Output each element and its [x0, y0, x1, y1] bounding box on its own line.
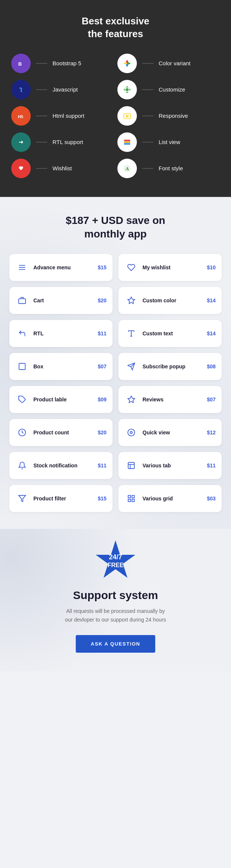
- subscribe-popup-price: $08: [207, 363, 216, 369]
- svg-point-7: [124, 89, 125, 90]
- customize-icon: [117, 80, 137, 99]
- various-grid-label: Various grid: [142, 496, 202, 502]
- feature-line: [36, 116, 47, 116]
- pricing-card-various-tab: Various tab $11: [118, 452, 222, 479]
- svg-rect-40: [132, 499, 134, 502]
- product-count-label: Product count: [33, 429, 93, 436]
- feature-label-bootstrap: Bootstrap 5: [52, 60, 81, 66]
- cart-icon: [15, 294, 29, 307]
- product-filter-icon: [15, 492, 29, 505]
- various-tab-label: Various tab: [142, 463, 202, 469]
- features-title: Best exclusive the features: [11, 15, 220, 41]
- box-icon: [15, 360, 29, 373]
- feature-item-bootstrap: B Bootstrap 5: [11, 54, 114, 73]
- stock-notification-label: Stock notification: [33, 463, 93, 469]
- feature-item-responsive: Responsive: [117, 106, 220, 126]
- various-grid-price: $03: [207, 496, 216, 502]
- responsive-icon: [117, 106, 137, 126]
- svg-text:A: A: [125, 166, 129, 171]
- svg-rect-41: [128, 499, 130, 502]
- various-tab-price: $11: [207, 463, 216, 469]
- feature-label-font-style: Font style: [159, 165, 183, 171]
- pricing-card-advance-menu: Advance menu $15: [9, 254, 112, 281]
- product-lable-icon: [15, 393, 29, 406]
- pricing-card-product-filter: Product filter $15: [9, 485, 112, 512]
- feature-line: [36, 168, 47, 169]
- my-wishlist-price: $10: [207, 264, 216, 270]
- wishlist-icon: [11, 159, 31, 178]
- pricing-grid: Advance menu $15 My wishlist $10 Cart $2…: [9, 254, 222, 512]
- product-count-price: $20: [98, 429, 106, 436]
- bootstrap-icon: B: [11, 54, 31, 73]
- pricing-title: $187 + USD save on monthly app: [9, 214, 222, 241]
- feature-item-list-view: List view: [117, 132, 220, 152]
- feature-label-html: Html support: [52, 113, 84, 119]
- stock-notification-price: $11: [98, 463, 106, 469]
- list-view-icon: [117, 132, 137, 152]
- support-description: All requests will be processed manually …: [9, 607, 222, 624]
- product-filter-price: $15: [98, 496, 106, 502]
- feature-item-customize: Customize: [117, 80, 220, 99]
- stock-notification-icon: [15, 459, 29, 472]
- pricing-section: $187 + USD save on monthly app Advance m…: [0, 197, 231, 529]
- pricing-card-box: Box $07: [9, 353, 112, 380]
- reviews-icon: [124, 393, 138, 406]
- feature-label-rtl: RTL support: [52, 139, 83, 145]
- badge-line1: 24/7: [109, 553, 122, 562]
- pricing-card-subscribe-popup: Subscribe popup $08: [118, 353, 222, 380]
- svg-rect-22: [19, 299, 26, 304]
- feature-line: [36, 89, 47, 90]
- product-filter-label: Product filter: [33, 496, 93, 502]
- svg-rect-39: [132, 496, 134, 498]
- feature-line: [142, 116, 153, 116]
- feature-line: [142, 89, 153, 90]
- feature-label-wishlist: Wishlist: [52, 165, 72, 171]
- support-section: 24/7 FREE Support system All requests wi…: [0, 529, 231, 671]
- box-price: $07: [98, 363, 106, 369]
- svg-rect-38: [128, 496, 130, 498]
- rtl-label: RTL: [33, 330, 93, 336]
- quick-view-price: $12: [207, 429, 216, 436]
- subscribe-popup-label: Subscribe popup: [142, 363, 202, 369]
- reviews-price: $07: [207, 396, 216, 402]
- pricing-card-product-lable: Product lable $09: [9, 386, 112, 413]
- pricing-card-my-wishlist: My wishlist $10: [118, 254, 222, 281]
- svg-rect-14: [124, 141, 130, 143]
- pricing-card-custom-text: Custom text $14: [118, 320, 222, 347]
- ask-question-button[interactable]: ASK A QUESTION: [76, 635, 155, 653]
- svg-marker-37: [19, 496, 26, 502]
- feature-line: [142, 63, 153, 64]
- feature-item-javascript: Javascript: [11, 80, 114, 99]
- feature-item-font-style: A Font style: [117, 159, 220, 178]
- custom-color-label: Custom color: [142, 297, 202, 303]
- custom-color-icon: [124, 294, 138, 307]
- feature-line: [36, 63, 47, 64]
- svg-rect-13: [124, 140, 130, 141]
- subscribe-popup-icon: [124, 360, 138, 373]
- svg-rect-26: [19, 363, 26, 370]
- feature-label-responsive: Responsive: [159, 113, 188, 119]
- rtl-price: $11: [98, 330, 106, 336]
- various-tab-icon: [124, 459, 138, 472]
- cart-price: $20: [98, 297, 106, 303]
- support-badge: 24/7 FREE: [95, 540, 136, 581]
- feature-line: [142, 168, 153, 169]
- feature-item-rtl: RTL support: [11, 132, 114, 152]
- svg-rect-15: [124, 143, 130, 144]
- pricing-card-quick-view: Quick view $12: [118, 419, 222, 446]
- svg-point-8: [129, 89, 131, 90]
- html-icon: H5: [11, 106, 31, 126]
- badge-line2: FREE: [108, 562, 124, 569]
- javascript-icon: [11, 80, 31, 99]
- advance-menu-price: $15: [98, 264, 106, 270]
- feature-label-customize: Customize: [159, 86, 185, 93]
- pricing-card-custom-color: Custom color $14: [118, 287, 222, 314]
- svg-point-32: [128, 429, 135, 436]
- svg-point-2: [17, 86, 25, 94]
- svg-point-5: [126, 86, 128, 87]
- my-wishlist-label: My wishlist: [142, 264, 202, 270]
- my-wishlist-icon: [124, 261, 138, 274]
- box-label: Box: [33, 363, 93, 369]
- feature-label-list-view: List view: [159, 139, 180, 145]
- pricing-card-various-grid: Various grid $03: [118, 485, 222, 512]
